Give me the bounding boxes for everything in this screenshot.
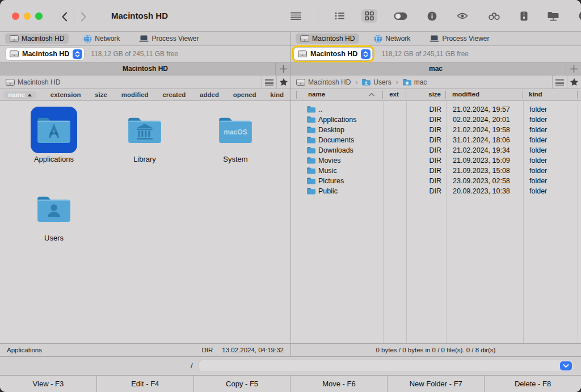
file-row-documents[interactable]: DocumentsDIR31.01.2024, 18:06folder bbox=[291, 135, 581, 145]
left-column-opened[interactable]: opened bbox=[233, 91, 256, 98]
grid-view-icon[interactable] bbox=[361, 9, 377, 23]
tab-macintosh-hd[interactable]: Macintosh HD bbox=[296, 33, 359, 44]
list-view-icon[interactable] bbox=[331, 10, 348, 22]
file-size: DIR bbox=[406, 167, 441, 175]
right-column-size[interactable]: size bbox=[406, 91, 441, 98]
file-icon-item-applications[interactable]: Applications bbox=[9, 107, 99, 186]
file-size: DIR bbox=[406, 116, 441, 124]
file-row-public[interactable]: PublicDIR20.09.2023, 10:38folder bbox=[291, 186, 581, 196]
archive-icon[interactable] bbox=[517, 9, 531, 23]
breadcrumb-item-macintosh-hd[interactable]: Macintosh HD bbox=[6, 78, 60, 86]
file-modified: 21.02.2024, 19:34 bbox=[453, 146, 510, 154]
harddisk-icon bbox=[296, 79, 305, 86]
breadcrumb-label: Macintosh HD bbox=[308, 78, 351, 86]
right-new-tab-button[interactable] bbox=[566, 62, 581, 75]
file-kind: folder bbox=[529, 146, 547, 154]
copy-f5-button[interactable]: Copy - F5 bbox=[194, 376, 291, 392]
updown-chevrons-icon bbox=[74, 51, 81, 57]
file-row-dotdot[interactable]: ..DIR21.02.2024, 19:57folder bbox=[291, 104, 581, 115]
left-volume-dropdown[interactable]: Macintosh HD bbox=[6, 48, 84, 60]
tab-label: Network bbox=[95, 35, 120, 43]
tab-process-viewer[interactable]: Process Viewer bbox=[134, 33, 203, 44]
info-icon[interactable] bbox=[424, 9, 440, 23]
file-name: Public bbox=[318, 187, 338, 195]
file-row-downloads[interactable]: DownloadsDIR21.02.2024, 19:34folder bbox=[291, 145, 581, 155]
left-history-button[interactable] bbox=[262, 75, 276, 88]
right-history-button[interactable] bbox=[552, 75, 566, 88]
left-column-added[interactable]: added bbox=[200, 91, 219, 98]
close-button[interactable] bbox=[12, 12, 19, 20]
tab-process-viewer[interactable]: Process Viewer bbox=[425, 33, 494, 44]
left-column-modified[interactable]: modified bbox=[121, 91, 149, 98]
right-column-modified[interactable]: modified bbox=[452, 91, 479, 98]
breadcrumb-item-users[interactable]: Users bbox=[362, 78, 391, 86]
file-row-pictures[interactable]: PicturesDIR23.09.2023, 02:58folder bbox=[291, 176, 581, 186]
left-new-tab-button[interactable] bbox=[275, 62, 290, 75]
file-row-desktop[interactable]: DesktopDIR21.02.2024, 19:58folder bbox=[291, 125, 581, 135]
left-column-extension[interactable]: extension bbox=[50, 91, 81, 98]
command-input-wrap bbox=[199, 360, 574, 372]
left-file-area[interactable]: ApplicationsLibrarymacOSSystemUsers bbox=[0, 101, 290, 343]
traffic-lights bbox=[12, 12, 43, 20]
minimize-button[interactable] bbox=[24, 12, 31, 20]
file-kind: folder bbox=[529, 136, 547, 144]
star-icon bbox=[570, 78, 579, 86]
file-kind: folder bbox=[529, 126, 547, 134]
tab-macintosh-hd[interactable]: Macintosh HD bbox=[5, 33, 69, 44]
file-icon-item-users[interactable]: Users bbox=[9, 186, 99, 264]
breadcrumb-item-macintosh-hd[interactable]: Macintosh HD bbox=[296, 78, 351, 86]
eye-icon[interactable] bbox=[453, 10, 471, 22]
left-column-size[interactable]: size bbox=[95, 91, 107, 98]
delete-f8-button[interactable]: Delete - F8 bbox=[485, 376, 581, 392]
folder-icon bbox=[307, 188, 315, 195]
file-row-music[interactable]: MusicDIR21.09.2023, 15:08folder bbox=[291, 166, 581, 176]
tab-network[interactable]: Network bbox=[79, 33, 124, 44]
breadcrumb-item-mac[interactable]: mac bbox=[403, 78, 427, 86]
toggle-icon[interactable] bbox=[390, 10, 411, 23]
right-column-ext[interactable]: ext bbox=[382, 91, 406, 98]
binoculars-icon[interactable] bbox=[485, 9, 504, 23]
file-size: DIR bbox=[406, 146, 441, 154]
nav-divider bbox=[74, 11, 74, 22]
left-tabs: Macintosh HDNetworkProcess Viewer bbox=[0, 32, 290, 45]
file-icon-item-system[interactable]: macOSSystem bbox=[190, 107, 281, 186]
left-favorites-button[interactable] bbox=[276, 75, 290, 88]
left-column-created[interactable]: created bbox=[162, 91, 186, 98]
right-file-area[interactable]: ..DIR21.02.2024, 19:57folderApplications… bbox=[291, 101, 581, 343]
file-size: DIR bbox=[406, 177, 441, 185]
right-column-name[interactable]: name bbox=[308, 91, 325, 98]
network-folder-icon[interactable] bbox=[544, 9, 562, 23]
zoom-button[interactable] bbox=[35, 12, 43, 20]
edit-f4-button[interactable]: Edit - F4 bbox=[97, 376, 194, 392]
star-icon bbox=[279, 78, 288, 86]
right-column-kind[interactable]: kind bbox=[529, 91, 542, 98]
file-modified: 21.02.2024, 19:57 bbox=[453, 106, 510, 113]
stepper-icon[interactable] bbox=[361, 49, 371, 59]
tab-network[interactable]: Network bbox=[369, 33, 415, 44]
forward-icon[interactable] bbox=[81, 12, 87, 22]
command-history-button[interactable] bbox=[560, 361, 572, 370]
file-row-movies[interactable]: MoviesDIR21.09.2023, 15:09folder bbox=[291, 155, 581, 166]
history-lines-icon bbox=[555, 79, 564, 86]
file-name: Pictures bbox=[318, 177, 344, 185]
window-title: Macintosh HD bbox=[111, 11, 168, 20]
left-column-name[interactable]: name bbox=[3, 91, 36, 99]
download-icon[interactable] bbox=[575, 9, 581, 23]
horizontal-lines-view-icon[interactable] bbox=[287, 10, 305, 23]
new-folder-f7-button[interactable]: New Folder - F7 bbox=[388, 376, 485, 392]
command-input[interactable] bbox=[203, 360, 558, 372]
right-favorites-button[interactable] bbox=[567, 75, 581, 88]
left-column-kind[interactable]: kind bbox=[270, 91, 284, 98]
right-volume-dropdown[interactable]: Macintosh HD bbox=[294, 48, 372, 60]
stepper-icon[interactable] bbox=[73, 49, 82, 59]
move-f6-button[interactable]: Move - F6 bbox=[290, 376, 388, 392]
breadcrumb-separator: › bbox=[396, 78, 398, 86]
view-f3-button[interactable]: View - F3 bbox=[0, 376, 97, 392]
toolbar bbox=[287, 7, 581, 25]
header-separator bbox=[577, 91, 578, 99]
globe-icon bbox=[374, 35, 382, 43]
back-icon[interactable] bbox=[61, 12, 68, 22]
tab-label: Macintosh HD bbox=[312, 35, 355, 43]
file-icon-item-library[interactable]: Library bbox=[99, 107, 190, 186]
file-row-applications[interactable]: ApplicationsDIR02.02.2024, 20:01folder bbox=[291, 115, 581, 125]
